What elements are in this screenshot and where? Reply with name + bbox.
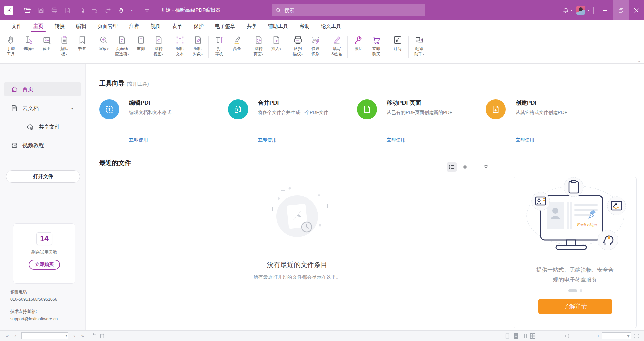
facing-continuous-view-icon[interactable] (530, 333, 536, 339)
sidebar-item-shared-files[interactable]: 共享文件 (4, 120, 81, 134)
empty-state-description: 所有最近打开过的文件都会显示在这里。 (99, 274, 495, 280)
close-button[interactable] (629, 0, 644, 20)
search-box[interactable] (272, 4, 425, 16)
hand-tool-icon[interactable] (117, 6, 126, 15)
subscribe-button[interactable]: 订阅 (389, 34, 407, 51)
carousel-dot-active[interactable] (568, 289, 577, 292)
menu-accessibility[interactable]: 辅助工具 (262, 20, 294, 32)
edit-text-button[interactable]: 编辑 文本 (171, 34, 189, 57)
page-dropdown-caret-icon[interactable]: ▾ (66, 334, 67, 337)
previous-page-button[interactable]: ‹ (12, 333, 19, 339)
clear-recent-trash-button[interactable] (481, 162, 491, 172)
menu-share[interactable]: 共享 (241, 20, 262, 32)
redo-icon[interactable] (104, 6, 112, 15)
carousel-dot[interactable] (580, 289, 582, 292)
buy-now-button[interactable]: 立即 购买 (367, 34, 385, 57)
zoom-out-button[interactable]: − (538, 333, 541, 339)
search-input[interactable] (284, 7, 421, 13)
rotate-right-icon[interactable] (99, 333, 105, 339)
zoom-slider[interactable] (544, 336, 594, 336)
sidebar-item-cloud-docs[interactable]: 云文档 ▾ (4, 101, 81, 115)
tool-card-merge-pdf[interactable]: 合并PDF 将多个文件合并生成一个PDF文件 立即使用 (224, 95, 338, 145)
zoom-dropdown-caret-icon[interactable]: ▾ (627, 333, 630, 339)
use-now-link[interactable]: 立即使用 (258, 137, 277, 143)
zoom-in-button[interactable]: + (597, 333, 600, 339)
support-email-address[interactable]: support@foxitsoftware.cn (10, 316, 58, 322)
next-page-button[interactable]: › (71, 333, 78, 339)
edit-object-button[interactable]: 编辑 对象▾ (189, 34, 207, 57)
open-file-icon[interactable] (23, 6, 32, 15)
grid-view-button[interactable] (460, 162, 470, 172)
buy-now-pill-button[interactable]: 立即购买 (29, 260, 60, 270)
fill-sign-button[interactable]: 填写 &签名 (328, 34, 346, 57)
rotate-pages-button[interactable]: 旋转 页面▾ (250, 34, 267, 57)
collapse-ribbon-icon[interactable] (143, 6, 151, 15)
menu-esign[interactable]: 电子签章 (209, 20, 241, 32)
restore-button[interactable] (613, 0, 629, 20)
tool-card-create-pdf[interactable]: 创建PDF 从其它格式文件创建PDF 立即使用 (481, 95, 595, 145)
notifications-caret-icon[interactable]: ▾ (571, 8, 572, 12)
print-icon[interactable] (50, 6, 59, 15)
foxit-pdf-editor-window: ▾ 开始 - 福昕高级PDF编辑器 ▾ ▾ (0, 0, 644, 341)
fullscreen-icon[interactable] (633, 333, 639, 339)
translate-assistant-button[interactable]: 翻译 助手▾ (410, 34, 428, 57)
use-now-link[interactable]: 立即使用 (516, 137, 534, 143)
snapshot-button[interactable]: 截图 (38, 34, 55, 51)
menu-paper-tools[interactable]: 论文工具 (315, 20, 347, 32)
minimize-button[interactable] (598, 0, 613, 20)
menu-convert[interactable]: 转换 (49, 20, 70, 32)
continuous-view-icon[interactable] (513, 333, 519, 339)
use-now-link[interactable]: 立即使用 (387, 137, 406, 143)
zoom-button[interactable]: 缩放▾ (95, 34, 112, 52)
undo-icon[interactable] (90, 6, 99, 15)
select-button[interactable]: 选择▾ (20, 34, 38, 52)
zoom-percent-input[interactable] (607, 334, 627, 338)
menu-view[interactable]: 视图 (145, 20, 166, 32)
menu-edit[interactable]: 编辑 (70, 20, 92, 32)
tool-card-move-pdf-pages[interactable]: 移动PDF页面 从已有的PDF页面创建新的PDF 立即使用 (353, 95, 467, 145)
first-page-button[interactable]: « (4, 333, 11, 339)
rotate-left-icon[interactable] (91, 333, 98, 339)
reflow-button[interactable]: 重排 (132, 34, 150, 51)
insert-button[interactable]: 插入▾ (267, 34, 285, 52)
delete-page-icon[interactable] (63, 6, 72, 15)
menu-page-organize[interactable]: 页面管理 (92, 20, 123, 32)
highlight-button[interactable]: 高亮 (228, 34, 246, 51)
menu-file[interactable]: 文件 (6, 20, 28, 32)
activate-button[interactable]: 激活 (350, 34, 367, 51)
list-view-button[interactable] (447, 162, 457, 172)
single-page-view-icon[interactable] (504, 333, 511, 339)
menu-home[interactable]: 主页 (28, 20, 49, 32)
caret-down-icon[interactable]: ▾ (71, 107, 73, 110)
menu-form[interactable]: 表单 (166, 20, 188, 32)
user-avatar[interactable] (576, 6, 585, 15)
notifications-bell-icon[interactable] (561, 6, 570, 15)
sidebar-item-home[interactable]: 首页 (4, 82, 81, 96)
menu-comment[interactable]: 注释 (123, 20, 145, 32)
fit-page-options-button[interactable]: 页面适 应选项▾ (112, 34, 132, 57)
tool-card-edit-pdf[interactable]: 编辑PDF 编辑文档和文本格式 立即使用 (95, 95, 209, 145)
quick-ocr-button[interactable]: OCR 快速 识别 (307, 34, 324, 57)
zoom-slider-handle[interactable] (565, 334, 569, 338)
carousel-dots[interactable] (568, 289, 582, 292)
typewriter-button[interactable]: 打 字机 (210, 34, 228, 57)
account-caret-icon[interactable]: ▾ (588, 8, 589, 12)
learn-more-button[interactable]: 了解详情 (538, 299, 612, 314)
page-number-input[interactable] (29, 334, 66, 338)
hand-tool-caret-icon[interactable]: ▾ (131, 8, 133, 12)
use-now-link[interactable]: 立即使用 (129, 137, 148, 143)
menu-help[interactable]: 帮助 (294, 20, 315, 32)
menu-protect[interactable]: 保护 (188, 20, 209, 32)
hand-tool-button[interactable]: 手型 工具 (2, 34, 20, 57)
facing-view-icon[interactable] (521, 333, 527, 339)
clipboard-button[interactable]: 剪贴 板▾ (55, 34, 73, 57)
from-scanner-button[interactable]: 从扫 描仪▾ (289, 34, 307, 57)
bookmark-button[interactable]: 书签 (73, 34, 91, 51)
open-file-button[interactable]: 打开文件 (6, 170, 80, 183)
tool-card-title: 编辑PDF (129, 99, 152, 107)
create-page-icon[interactable] (77, 6, 86, 15)
sidebar-item-video-tutorials[interactable]: 视频教程 (4, 138, 81, 152)
rotate-view-button[interactable]: 旋转 视图▾ (150, 34, 167, 57)
save-icon[interactable] (37, 6, 45, 15)
last-page-button[interactable]: » (79, 333, 86, 339)
